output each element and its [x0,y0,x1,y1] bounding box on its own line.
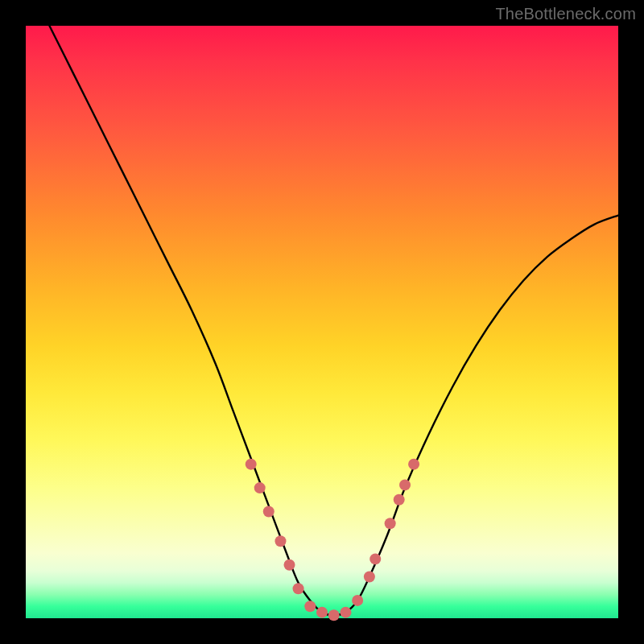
curve-marker [385,518,396,529]
curve-marker [254,482,266,493]
bottleneck-curve-svg [26,26,618,618]
curve-marker [275,535,286,547]
curve-marker [304,601,316,612]
curve-marker [284,559,295,571]
curve-marker [316,607,328,618]
curve-marker [408,459,419,470]
curve-marker [394,494,405,506]
curve-marker [246,459,257,470]
curve-marker [399,479,411,490]
curve-marker [340,607,351,618]
curve-marker [293,583,304,594]
chart-frame: TheBottleneck.com [0,0,644,644]
curve-marker [263,506,275,518]
bottleneck-curve [49,26,618,615]
plot-area [26,26,618,618]
curve-marker [328,609,340,621]
curve-marker [352,595,363,606]
curve-markers [246,459,419,621]
curve-marker [364,571,375,582]
watermark-text: TheBottleneck.com [495,5,636,23]
curve-marker [369,553,381,564]
